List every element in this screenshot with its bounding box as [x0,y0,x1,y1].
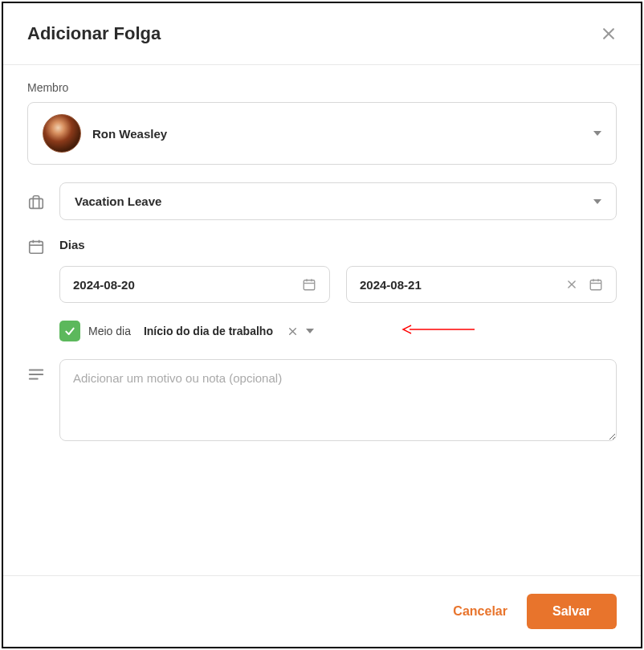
cancel-button[interactable]: Cancelar [453,604,507,619]
end-date-value: 2024-08-21 [360,278,422,292]
notes-icon [27,366,45,383]
close-icon[interactable] [601,26,617,42]
half-day-option-select[interactable] [287,326,314,337]
leave-type-name: Vacation Leave [75,194,161,208]
svg-rect-15 [590,280,601,290]
half-day-row: Meio dia Início do dia de trabalho [59,321,617,341]
member-select[interactable]: Ron Weasley [27,102,617,165]
annotation-arrow [400,324,476,338]
clear-icon[interactable] [287,326,298,337]
avatar [43,114,81,153]
calendar-icon [27,238,45,256]
modal-body: Membro Ron Weasley Vacation Leave [3,65,641,575]
modal-title: Adicionar Folga [27,23,161,44]
days-label: Dias [59,238,617,251]
member-field: Membro Ron Weasley [27,81,617,165]
check-icon [63,325,76,337]
add-leave-modal: Adicionar Folga Membro Ron Weasley [2,2,642,648]
member-name: Ron Weasley [92,127,167,141]
notes-textarea[interactable] [59,359,617,441]
notes-field [27,359,617,444]
end-date-input[interactable]: 2024-08-21 [346,266,617,303]
days-field: Dias 2024-08-20 [27,238,617,341]
modal-header: Adicionar Folga [3,3,641,65]
leave-type-field: Vacation Leave [27,182,617,220]
member-content: Ron Weasley [43,114,167,153]
chevron-down-icon[interactable] [306,329,314,333]
suitcase-icon [27,194,45,211]
half-day-option: Início do dia de trabalho [144,325,273,337]
svg-rect-5 [30,242,43,254]
save-button[interactable]: Salvar [527,594,617,629]
clear-icon[interactable] [566,279,577,290]
calendar-icon [302,277,316,292]
member-label: Membro [27,81,617,94]
start-date-value: 2024-08-20 [73,278,135,292]
modal-footer: Cancelar Salvar [3,575,641,647]
svg-rect-2 [30,198,43,208]
svg-rect-9 [304,280,315,290]
calendar-icon [589,277,603,292]
start-date-input[interactable]: 2024-08-20 [59,266,330,303]
half-day-checkbox[interactable] [59,321,80,341]
leave-type-select[interactable]: Vacation Leave [59,182,617,220]
chevron-down-icon [593,131,601,136]
date-row: 2024-08-20 2024-08-21 [59,266,617,303]
chevron-down-icon [593,199,601,204]
half-day-label: Meio dia [88,325,131,337]
